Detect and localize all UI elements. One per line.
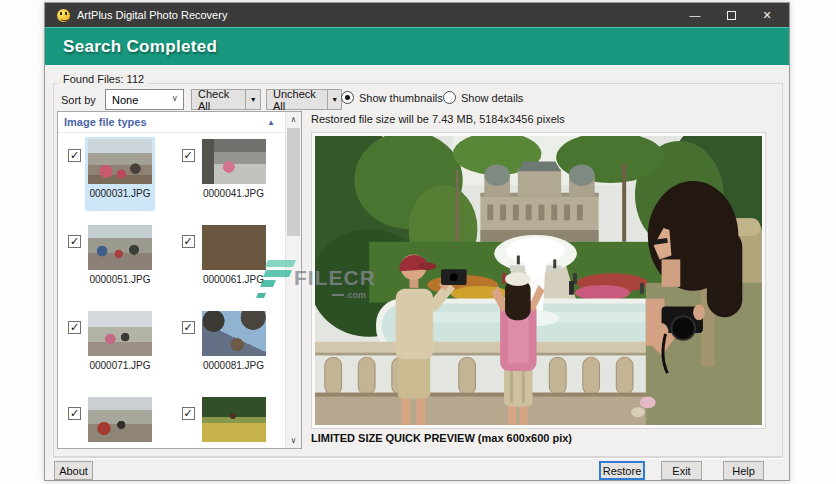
titlebar[interactable]: ArtPlus Digital Photo Recovery — ✕: [45, 3, 789, 27]
app-window: ArtPlus Digital Photo Recovery — ✕ Searc…: [44, 2, 790, 481]
maximize-button[interactable]: [713, 3, 749, 27]
maximize-icon: [727, 11, 736, 20]
file-cell[interactable]: 0000071.JPG: [85, 309, 155, 383]
minimize-icon: —: [690, 9, 701, 21]
file-thumbnail[interactable]: [88, 225, 152, 270]
file-item[interactable]: ✓0000081.JPG: [172, 309, 286, 383]
show-thumbnails-radio[interactable]: Show thumbnails: [341, 91, 443, 104]
app-smiley-icon: [57, 9, 70, 22]
file-name: 0000041.JPG: [202, 188, 266, 199]
thumbnail-grid: ✓0000031.JPG✓0000041.JPG✓0000051.JPG✓000…: [58, 133, 285, 447]
file-checkbox[interactable]: ✓: [68, 321, 81, 334]
sort-by-select[interactable]: None ∨: [105, 89, 184, 110]
file-cell[interactable]: 0000081.JPG: [199, 309, 269, 383]
restored-file-info: Restored file size will be 7.43 MB, 5184…: [311, 113, 565, 125]
scroll-up-icon[interactable]: ∧: [286, 112, 301, 127]
uncheck-all-dropdown[interactable]: ▼: [327, 90, 341, 109]
file-item[interactable]: ✓0000071.JPG: [58, 309, 172, 383]
radio-selected-icon: [341, 91, 354, 104]
file-checkbox[interactable]: ✓: [68, 235, 81, 248]
uncheck-all-button[interactable]: Uncheck All ▼: [266, 89, 342, 110]
file-cell[interactable]: [199, 395, 269, 447]
close-button[interactable]: ✕: [749, 3, 785, 27]
help-button[interactable]: Help: [723, 461, 764, 480]
scroll-down-icon[interactable]: ∨: [286, 433, 301, 448]
file-thumbnail[interactable]: [88, 397, 152, 442]
preview-frame: [311, 132, 766, 429]
minimize-button[interactable]: —: [677, 3, 713, 27]
file-name: 0000061.JPG: [202, 274, 266, 285]
file-cell[interactable]: 0000061.JPG: [199, 223, 269, 297]
screenshot: ArtPlus Digital Photo Recovery — ✕ Searc…: [0, 0, 836, 484]
dropdown-arrow-icon: ▼: [250, 96, 257, 103]
file-cell[interactable]: 0000031.JPG: [85, 137, 155, 211]
footer-divider: [53, 457, 783, 458]
file-cell[interactable]: 0000041.JPG: [199, 137, 269, 211]
scrollbar-thumb[interactable]: [287, 128, 300, 236]
file-name: 0000031.JPG: [88, 188, 152, 199]
file-item[interactable]: ✓0000051.JPG: [58, 223, 172, 297]
file-thumbnail[interactable]: [88, 311, 152, 356]
file-checkbox[interactable]: ✓: [182, 407, 195, 420]
list-scrollbar[interactable]: ∧ ∨: [285, 112, 301, 448]
exit-button[interactable]: Exit: [661, 461, 702, 480]
file-cell[interactable]: 0000051.JPG: [85, 223, 155, 297]
restore-button[interactable]: Restore: [599, 461, 645, 480]
file-name: 0000071.JPG: [88, 360, 152, 371]
file-checkbox[interactable]: ✓: [68, 149, 81, 162]
file-type-group-header[interactable]: Image file types ▲: [58, 112, 285, 133]
file-item[interactable]: ✓0000031.JPG: [58, 137, 172, 211]
show-details-label: Show details: [461, 92, 523, 104]
dropdown-arrow-icon: ▼: [331, 96, 338, 103]
check-all-button[interactable]: Check All ▼: [191, 89, 261, 110]
collapse-caret-icon[interactable]: ▲: [267, 118, 275, 127]
sort-by-value: None: [112, 94, 138, 106]
file-thumbnail[interactable]: [202, 139, 266, 184]
show-details-radio[interactable]: Show details: [443, 91, 523, 104]
close-icon: ✕: [762, 9, 771, 22]
radio-unselected-icon: [443, 91, 456, 104]
file-thumbnail[interactable]: [202, 397, 266, 442]
file-name: 0000051.JPG: [88, 274, 152, 285]
page-title: Search Completed: [63, 37, 217, 57]
file-item[interactable]: ✓: [172, 395, 286, 447]
file-type-group-label: Image file types: [64, 116, 267, 128]
file-cell[interactable]: [85, 395, 155, 447]
file-checkbox[interactable]: ✓: [182, 149, 195, 162]
banner: Search Completed: [45, 27, 789, 65]
file-thumbnail[interactable]: [202, 311, 266, 356]
check-all-dropdown[interactable]: ▼: [245, 90, 260, 109]
file-item[interactable]: ✓: [58, 395, 172, 447]
preview-caption: LIMITED SIZE QUICK PREVIEW (max 600x600 …: [311, 432, 572, 444]
file-checkbox[interactable]: ✓: [182, 235, 195, 248]
file-thumbnail[interactable]: [202, 225, 266, 270]
file-item[interactable]: ✓0000041.JPG: [172, 137, 286, 211]
preview-photo: [315, 136, 762, 425]
about-button[interactable]: About: [54, 461, 93, 480]
file-checkbox[interactable]: ✓: [182, 321, 195, 334]
show-thumbnails-label: Show thumbnails: [359, 92, 443, 104]
chevron-down-icon: ∨: [171, 93, 178, 103]
file-thumbnail[interactable]: [88, 139, 152, 184]
found-files-label: Found Files: 112: [59, 73, 148, 85]
sort-by-label: Sort by: [61, 94, 96, 106]
file-list-panel: Image file types ▲ ✓0000031.JPG✓0000041.…: [57, 111, 302, 449]
window-title: ArtPlus Digital Photo Recovery: [77, 9, 677, 21]
file-name: 0000081.JPG: [202, 360, 266, 371]
file-item[interactable]: ✓0000061.JPG: [172, 223, 286, 297]
file-checkbox[interactable]: ✓: [68, 407, 81, 420]
